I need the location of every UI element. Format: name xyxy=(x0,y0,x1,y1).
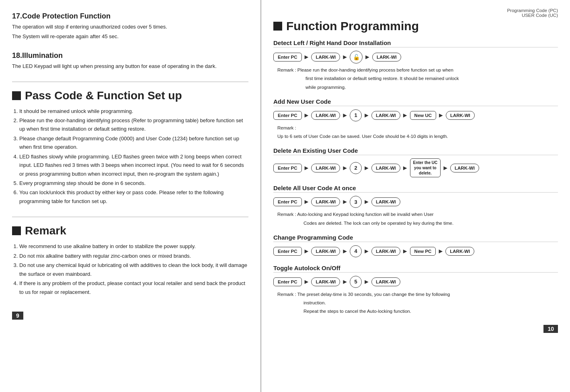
right-panel: Programming Code (PC) USER Code (UC) Fun… xyxy=(261,0,570,392)
arrow-icon: ► xyxy=(364,53,371,61)
detect-remark-line2: first time installation or default setti… xyxy=(273,75,558,82)
arrow-icon: ► xyxy=(402,164,408,172)
lark-wi-box: LARK-WI xyxy=(445,247,474,256)
detect-section: Detect Left / Right Hand Door Installati… xyxy=(273,39,558,91)
section17-line2: The System will re-operate again after 4… xyxy=(12,33,248,41)
remark-list: We recommend to use alkaline battery in … xyxy=(12,242,248,296)
delete-existing-flow: Enter PC ► LARK-WI ► 2 ► LARK-WI ► Enter… xyxy=(273,158,558,177)
step-number-3: 3 xyxy=(350,196,362,208)
lark-wi-box: LARK-WI xyxy=(371,277,400,286)
pass-code-title-block: Pass Code & Function Set up xyxy=(12,89,248,102)
step-number-5: 5 xyxy=(350,276,362,288)
arrow-icon: ► xyxy=(303,198,310,205)
remark-title: Remark xyxy=(25,224,66,237)
new-uc-box: New UC xyxy=(410,111,436,120)
pass-code-section: Pass Code & Function Set up It should be… xyxy=(12,89,248,206)
section18-line1: The LED Keypad will light up when pressi… xyxy=(12,62,248,70)
section17-line1: The operation will stop if entering unau… xyxy=(12,23,248,31)
list-item: Please change default Programming Code (… xyxy=(19,134,248,152)
left-panel: 17.Code Protection Function The operatio… xyxy=(0,0,261,392)
right-header: Programming Code (PC) USER Code (UC) xyxy=(273,8,558,18)
arrow-icon: ► xyxy=(342,248,348,255)
right-page-num-block: 10 xyxy=(273,322,558,333)
left-page-number: 9 xyxy=(12,312,23,320)
section-18: 18.Illumination The LED Keypad will ligh… xyxy=(12,51,248,70)
lark-wi-box: LARK-WI xyxy=(450,164,479,172)
list-item: We recommend to use alkaline battery in … xyxy=(19,242,248,250)
remark-title-block: Remark xyxy=(12,224,248,237)
right-page-number: 10 xyxy=(543,325,558,333)
delete-all-title: Delete All User Code At once xyxy=(273,185,558,193)
pass-code-title: Pass Code & Function Set up xyxy=(25,89,182,102)
lark-wi-box2: LARK-WI xyxy=(372,53,401,62)
arrow-icon: ► xyxy=(363,164,370,172)
toggle-remark2: instruction. xyxy=(273,300,558,306)
detect-remark: Remark : Please run the door-handing ide… xyxy=(273,67,558,74)
arrow-icon: ► xyxy=(363,112,370,119)
detect-flow: Enter PC ► LARK-WI ► 🔓 ► LARK-WI xyxy=(273,51,558,64)
divider1 xyxy=(12,82,248,82)
delete-all-remark1: Remark : Auto-locking and Keypad locking… xyxy=(273,211,558,218)
arrow-icon: ► xyxy=(303,112,310,119)
step-number-1: 1 xyxy=(350,109,362,121)
enter-pc-box: Enter PC xyxy=(273,277,302,286)
left-page-num-block: 9 xyxy=(12,308,248,320)
toggle-autolock-section: Toggle Autolock On/Off Enter PC ► LARK-W… xyxy=(273,265,558,315)
new-pc-box: New PC xyxy=(410,247,436,256)
remark-section: Remark We recommend to use alkaline batt… xyxy=(12,224,248,296)
lark-wi-box: LARK-WI xyxy=(311,53,340,62)
toggle-autolock-title: Toggle Autolock On/Off xyxy=(273,265,558,273)
lark-wi-box: LARK-WI xyxy=(371,164,400,172)
enter-pc-box: Enter PC xyxy=(273,53,302,62)
enter-pc-box: Enter PC xyxy=(273,111,302,120)
list-item: LED flashes slowly while programming. LE… xyxy=(19,152,248,178)
lark-wi-box: LARK-WI xyxy=(311,164,340,172)
change-pc-title: Change Programming Code xyxy=(273,234,558,242)
lark-wi-box: LARK-WI xyxy=(371,247,400,256)
black-square-icon2 xyxy=(12,226,21,235)
lark-wi-box: LARK-WI xyxy=(311,277,340,286)
arrow-icon: ► xyxy=(402,112,408,119)
lark-wi-box: LARK-WI xyxy=(311,197,340,206)
delete-all-remark2: Codes are deleted. The lock can only be … xyxy=(273,220,558,227)
add-user-remark1: Remark : xyxy=(273,125,558,131)
arrow-icon: ► xyxy=(437,248,444,255)
arrow-icon: ► xyxy=(342,53,348,61)
arrow-icon: ► xyxy=(342,198,348,205)
list-item: Do not use any chemical liquid or lubric… xyxy=(19,261,248,278)
lark-wi-box: LARK-WI xyxy=(311,111,340,120)
main-title: Function Programming xyxy=(286,19,419,33)
divider2 xyxy=(12,217,248,217)
enter-pc-box: Enter PC xyxy=(273,197,302,206)
toggle-remark3: Repeat the steps to cancel the Auto-lock… xyxy=(273,308,558,315)
delete-all-section: Delete All User Code At once Enter PC ► … xyxy=(273,185,558,227)
change-pc-flow: Enter PC ► LARK-WI ► 4 ► LARK-WI ► New P… xyxy=(273,245,558,257)
black-square-icon3 xyxy=(273,22,282,31)
enter-pc-box: Enter PC xyxy=(273,164,302,172)
add-user-title: Add New User Code xyxy=(273,98,558,106)
list-item: Every programming step should be done in… xyxy=(19,179,248,187)
delete-existing-title: Delete An Existing User Code xyxy=(273,147,558,155)
section18-title: 18.Illumination xyxy=(12,51,248,60)
lock-icon: 🔓 xyxy=(350,51,363,64)
section-17: 17.Code Protection Function The operatio… xyxy=(12,12,248,40)
arrow-icon: ► xyxy=(363,248,370,255)
list-item: If there is any problem of the product, … xyxy=(19,279,248,296)
add-user-section: Add New User Code Enter PC ► LARK-WI ► 1… xyxy=(273,98,558,140)
list-item: You can lock/unlock this product by eith… xyxy=(19,188,248,205)
lark-wi-box: LARK-WI xyxy=(311,247,340,256)
arrow-icon: ► xyxy=(303,278,310,285)
arrow-icon: ► xyxy=(442,164,449,172)
header-line2: USER Code (UC) xyxy=(522,13,558,18)
toggle-autolock-flow: Enter PC ► LARK-WI ► 5 ► LARK-WI xyxy=(273,276,558,288)
arrow-icon: ► xyxy=(342,164,348,172)
arrow-icon: ► xyxy=(402,248,408,255)
arrow-icon: ► xyxy=(363,278,370,285)
function-programming-title-block: Function Programming xyxy=(273,19,558,33)
step-number-4: 4 xyxy=(350,245,362,257)
delete-all-flow: Enter PC ► LARK-WI ► 3 ► LARK-WI xyxy=(273,196,558,208)
delete-existing-section: Delete An Existing User Code Enter PC ► … xyxy=(273,147,558,177)
pass-code-list: It should be remained unlock while progr… xyxy=(12,107,248,206)
list-item: Please run the door-handing identifying … xyxy=(19,116,248,133)
arrow-icon: ► xyxy=(303,248,310,255)
